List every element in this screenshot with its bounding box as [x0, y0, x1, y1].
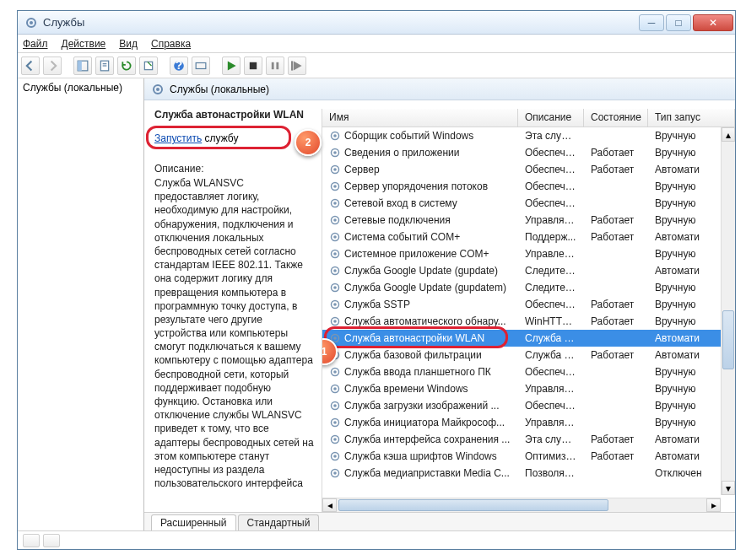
- hscroll-thumb[interactable]: [338, 499, 608, 511]
- table-row[interactable]: Служба автонастройки WLANСлужба W...Авто…: [322, 330, 735, 347]
- cell-name: Сервер упорядочения потоков: [322, 180, 518, 192]
- titlebar[interactable]: Службы ─ □ ✕: [18, 11, 735, 35]
- hscroll-left-arrow[interactable]: ◂: [322, 498, 337, 512]
- start-service-link[interactable]: Запустить: [154, 132, 202, 144]
- col-state[interactable]: Состояние: [584, 109, 648, 127]
- col-name[interactable]: Имя: [322, 109, 518, 127]
- toolbar: ?: [18, 53, 735, 78]
- close-button[interactable]: ✕: [693, 14, 733, 31]
- description-text: Служба WLANSVC предоставляет логику, нео…: [154, 176, 315, 490]
- start-service-button[interactable]: [222, 57, 241, 75]
- scroll-track[interactable]: [722, 142, 735, 481]
- svg-rect-11: [250, 62, 257, 68]
- cell-desc: Служба W...: [518, 332, 584, 344]
- table-row[interactable]: Служба автоматического обнару...WinHTTP …: [322, 313, 735, 330]
- cell-name: Служба автонастройки WLAN: [322, 332, 518, 344]
- services-window: Службы ─ □ ✕ Файл Действие Вид Справка ?…: [17, 10, 736, 550]
- cell-name: Сетевой вход в систему: [322, 197, 518, 209]
- svg-point-28: [333, 218, 337, 222]
- svg-point-56: [333, 455, 337, 458]
- svg-rect-10: [196, 62, 206, 68]
- menu-file[interactable]: Файл: [23, 38, 48, 50]
- right-pane: Службы (локальные) Служба автонастройки …: [144, 78, 735, 530]
- table-row[interactable]: Служба кэша шрифтов WindowsОптимизи...Ра…: [322, 448, 735, 465]
- cell-desc: Обеспечи...: [518, 147, 584, 159]
- table-row[interactable]: СерверОбеспечи...РаботаетАвтомати: [322, 161, 735, 178]
- pause-service-button[interactable]: [266, 57, 284, 75]
- help-button[interactable]: ?: [170, 57, 188, 75]
- scroll-thumb[interactable]: [722, 310, 734, 369]
- cell-desc: Обеспечи...: [518, 299, 584, 310]
- cell-desc: Обеспечи...: [518, 180, 584, 192]
- svg-point-46: [333, 370, 337, 374]
- cell-name: Служба SSTP: [322, 299, 518, 310]
- table-row[interactable]: Служба медиаприставки Media C...Позволяе…: [322, 465, 735, 482]
- table-row[interactable]: Служба времени WindowsУправляе...Вручную: [322, 380, 735, 397]
- cell-name: Сервер: [322, 164, 518, 175]
- table-row[interactable]: Сборщик событий WindowsЭта служб...Вручн…: [322, 127, 735, 144]
- cell-name: Служба медиаприставки Media C...: [322, 467, 518, 479]
- tree-pane[interactable]: Службы (локальные): [18, 78, 144, 530]
- export-list-button[interactable]: [139, 57, 158, 75]
- table-row[interactable]: Сетевой вход в системуОбеспечи...Вручную: [322, 195, 735, 212]
- back-button[interactable]: [21, 57, 40, 75]
- table-row[interactable]: Служба базовой фильтрацииСлужба ба...Раб…: [322, 347, 735, 363]
- menu-help[interactable]: Справка: [151, 38, 191, 50]
- table-row[interactable]: Служба ввода планшетного ПКОбеспечи...Вр…: [322, 363, 735, 380]
- svg-point-36: [333, 286, 337, 289]
- badge-2: 2: [295, 129, 322, 156]
- scroll-down-arrow[interactable]: ▾: [722, 481, 735, 495]
- scroll-up-arrow[interactable]: ▴: [722, 127, 735, 142]
- refresh-button[interactable]: [117, 57, 136, 75]
- pane-title: Службы (локальные): [170, 83, 269, 95]
- table-row[interactable]: Системное приложение COM+Управлен...Вруч…: [322, 245, 735, 262]
- table-row[interactable]: Сведения о приложенииОбеспечи...Работает…: [322, 144, 735, 161]
- cell-name: Системное приложение COM+: [322, 248, 518, 260]
- table-row[interactable]: Сервер упорядочения потоковОбеспечи...Вр…: [322, 178, 735, 195]
- status-button-2[interactable]: [43, 534, 60, 547]
- cell-desc: Обеспечи...: [518, 400, 584, 412]
- table-row[interactable]: Служба Google Update (gupdate)Следите за…: [322, 262, 735, 279]
- cell-desc: Следите за...: [518, 282, 584, 293]
- col-description[interactable]: Описание: [518, 109, 584, 127]
- menu-view[interactable]: Вид: [119, 38, 138, 50]
- table-row[interactable]: Служба инициатора Майкрософ...Управляе..…: [322, 414, 735, 431]
- table-row[interactable]: Система событий COM+Поддерж...РаботаетАв…: [322, 229, 735, 245]
- show-hide-tree-button[interactable]: [73, 57, 92, 75]
- stop-service-button[interactable]: [244, 57, 262, 75]
- maximize-button[interactable]: □: [666, 14, 691, 31]
- tree-node-services-local[interactable]: Службы (локальные): [23, 82, 122, 94]
- hscroll-right-arrow[interactable]: ▸: [706, 498, 721, 512]
- minimize-button[interactable]: ─: [639, 14, 664, 31]
- restart-service-button[interactable]: [288, 57, 306, 75]
- svg-point-1: [30, 21, 33, 24]
- horizontal-scrollbar[interactable]: ◂ ▸: [322, 498, 721, 512]
- menu-action[interactable]: Действие: [62, 38, 106, 50]
- hscroll-track[interactable]: [337, 498, 706, 512]
- svg-text:?: ?: [176, 60, 183, 72]
- properties-button[interactable]: [95, 57, 114, 75]
- body: Служба автонастройки WLAN Запустить служ…: [144, 100, 735, 512]
- cell-desc: Эта служб...: [518, 130, 584, 142]
- table-row[interactable]: Служба SSTPОбеспечи...РаботаетВручную: [322, 296, 735, 313]
- table-row[interactable]: Служба Google Update (gupdatem)Следите з…: [322, 279, 735, 296]
- status-button-1[interactable]: [23, 534, 40, 547]
- cell-state: Работает: [584, 299, 648, 310]
- cell-state: Работает: [584, 147, 648, 159]
- cell-desc: Обеспечи...: [518, 164, 584, 175]
- tab-standard[interactable]: Стандартный: [238, 514, 320, 530]
- rows[interactable]: Сборщик событий WindowsЭта служб...Вручн…: [322, 127, 735, 512]
- toolbar-button[interactable]: [192, 57, 210, 75]
- table-row[interactable]: Служба интерфейса сохранения ...Эта служ…: [322, 431, 735, 448]
- cell-state: Работает: [584, 433, 648, 445]
- col-startup[interactable]: Тип запус: [648, 109, 735, 127]
- svg-point-40: [333, 320, 337, 323]
- table-row[interactable]: Служба загрузки изображений ...Обеспечи.…: [322, 397, 735, 414]
- cell-state: Работает: [584, 164, 648, 175]
- action-row: Запустить службу 2: [154, 132, 315, 144]
- forward-button[interactable]: [43, 57, 62, 75]
- table-row[interactable]: Сетевые подключенияУправляе...РаботаетВр…: [322, 212, 735, 229]
- svg-point-38: [333, 303, 337, 306]
- vertical-scrollbar[interactable]: ▴ ▾: [721, 127, 735, 495]
- tab-extended[interactable]: Расширенный: [151, 514, 236, 530]
